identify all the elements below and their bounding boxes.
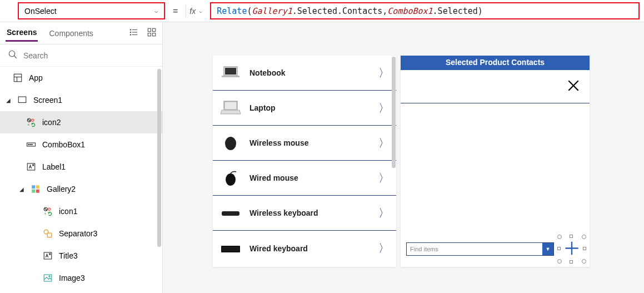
product-gallery[interactable]: Notebook 〉 Laptop 〉 Wireless mouse 〉 Wir…: [213, 56, 396, 267]
chevron-right-icon[interactable]: 〉: [378, 101, 390, 116]
fx-label: fx: [189, 7, 196, 16]
svg-point-0: [130, 29, 131, 31]
svg-text:+: +: [44, 212, 46, 216]
selection-handle[interactable]: [570, 235, 573, 238]
tree-label: Separator3: [59, 229, 97, 238]
svg-rect-34: [47, 233, 52, 237]
equals-label: =: [173, 6, 178, 16]
selection-handle[interactable]: [582, 259, 586, 264]
expander-icon[interactable]: ◢: [6, 97, 11, 103]
selection-handle[interactable]: [557, 247, 561, 250]
tree-label: App: [29, 73, 43, 82]
tree-panel: Screens Components App ◢ Screen1: [0, 22, 163, 293]
chevron-down-icon[interactable]: ▼: [542, 243, 553, 255]
tree-node-title3[interactable]: Title3: [0, 245, 162, 267]
combobox-find-items[interactable]: Find items ▼: [406, 242, 554, 256]
tree-label: icon2: [42, 118, 61, 127]
selection-handle[interactable]: [570, 260, 573, 264]
tab-screens[interactable]: Screens: [6, 24, 38, 42]
selection-handle[interactable]: [557, 235, 562, 239]
search-input[interactable]: [23, 51, 154, 60]
tree-node-combobox1[interactable]: ComboBox1: [0, 133, 162, 156]
product-image: [219, 100, 242, 116]
property-dropdown[interactable]: OnSelect ⌵: [18, 2, 165, 19]
tree-node-image3[interactable]: Image3: [0, 267, 162, 289]
product-image: [219, 170, 242, 186]
selection-handle[interactable]: [583, 247, 586, 250]
gallery-item[interactable]: Laptop 〉: [213, 91, 396, 126]
grid-view-icon[interactable]: [147, 27, 157, 39]
chevron-right-icon[interactable]: 〉: [378, 241, 390, 256]
tree-node-separator3[interactable]: Separator3: [0, 222, 162, 245]
separator-icon: [42, 228, 53, 239]
selection-handle[interactable]: [557, 259, 562, 264]
label-icon: [42, 250, 53, 261]
canvas-area[interactable]: Notebook 〉 Laptop 〉 Wireless mouse 〉 Wir…: [163, 22, 644, 293]
svg-rect-15: [18, 97, 26, 103]
fx-indicator[interactable]: fx ⌵: [186, 4, 206, 18]
chevron-right-icon[interactable]: 〉: [378, 136, 390, 151]
chevron-right-icon[interactable]: 〉: [378, 206, 390, 221]
gallery-item[interactable]: Wireless mouse 〉: [213, 126, 396, 161]
svg-rect-9: [153, 33, 156, 36]
chevron-down-icon: ⌵: [199, 8, 202, 14]
tree-node-label1[interactable]: Label1: [0, 156, 162, 178]
tree-node-icon1[interactable]: + icon1: [0, 200, 162, 222]
product-image: [219, 135, 242, 151]
combobox-placeholder: Find items: [410, 246, 438, 252]
add-icon-selected[interactable]: [560, 237, 584, 261]
tree-node-screen1[interactable]: ◢ Screen1: [0, 89, 162, 111]
svg-rect-29: [36, 190, 39, 193]
label-icon: [26, 161, 37, 172]
gallery-item[interactable]: Notebook 〉: [213, 56, 396, 91]
control-icon: +: [42, 206, 53, 217]
svg-rect-41: [225, 68, 236, 75]
product-title: Laptop: [249, 103, 371, 112]
svg-rect-28: [32, 190, 35, 193]
contacts-row: [401, 70, 590, 103]
gallery-item[interactable]: Wired mouse 〉: [213, 161, 396, 196]
svg-point-20: [28, 144, 29, 145]
svg-rect-6: [148, 28, 151, 31]
search-row: [0, 44, 162, 67]
svg-point-2: [130, 32, 131, 33]
svg-line-17: [28, 119, 31, 122]
expander-icon[interactable]: ◢: [19, 186, 24, 192]
tree-node-gallery2[interactable]: ◢ Gallery2: [0, 178, 162, 200]
list-view-icon[interactable]: [129, 27, 139, 39]
control-icon: +: [26, 117, 37, 128]
formula-input[interactable]: Relate( Gallery1.Selected.Contacts, Comb…: [210, 2, 640, 19]
svg-rect-48: [222, 211, 239, 216]
product-title: Wired keyboard: [249, 244, 371, 253]
svg-point-4: [130, 34, 131, 36]
svg-rect-12: [14, 74, 22, 82]
scrollbar[interactable]: [392, 57, 396, 168]
contacts-body: [401, 103, 590, 231]
property-name: OnSelect: [24, 7, 57, 16]
chevron-right-icon[interactable]: 〉: [378, 66, 390, 81]
tree-label: Title3: [59, 251, 78, 260]
image-icon: [42, 272, 53, 284]
plus-icon: [564, 241, 580, 258]
selection-handle[interactable]: [582, 235, 586, 239]
svg-point-21: [30, 144, 31, 145]
product-title: Wireless mouse: [249, 138, 371, 147]
chevron-down-icon: ⌵: [154, 7, 158, 14]
svg-point-46: [225, 137, 236, 150]
tree-label: Screen1: [33, 96, 62, 105]
formula-token-func: Relate: [217, 6, 247, 16]
scrollbar[interactable]: [157, 69, 161, 247]
close-icon[interactable]: [566, 78, 581, 95]
svg-line-31: [44, 208, 47, 211]
chevron-right-icon[interactable]: 〉: [378, 171, 390, 186]
gallery-item[interactable]: Wired keyboard 〉: [213, 231, 396, 266]
search-icon: [8, 49, 18, 61]
svg-point-39: [49, 276, 50, 277]
tab-components[interactable]: Components: [48, 26, 94, 41]
gallery-item[interactable]: Wireless keyboard 〉: [213, 196, 396, 231]
product-title: Notebook: [249, 68, 371, 77]
tree-node-app[interactable]: App: [0, 67, 162, 89]
svg-rect-42: [222, 76, 239, 77]
tree-node-icon2[interactable]: + icon2: [0, 111, 162, 133]
tree-label: Image3: [59, 274, 85, 282]
